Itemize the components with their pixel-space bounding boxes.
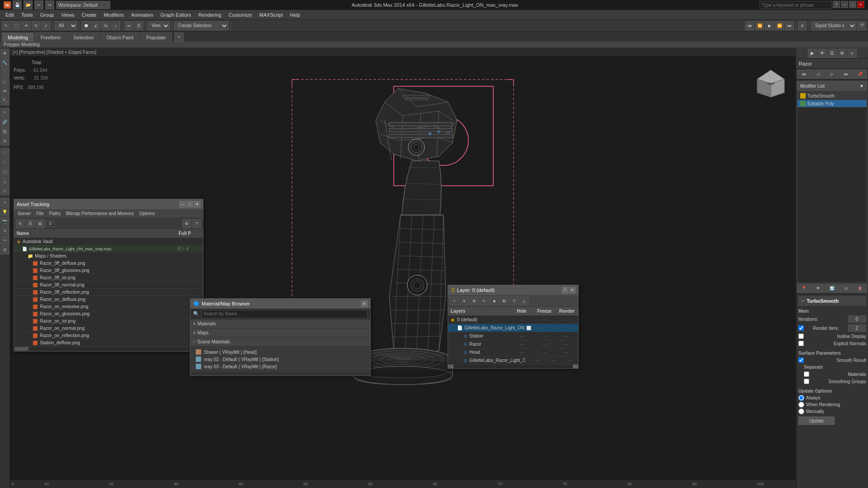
timeline-play[interactable]: ▶ <box>765 21 774 30</box>
lm-row-gillettelabs[interactable]: 📄 GilletteLabs_Razor_Light_ON ⬜ — — — <box>448 324 578 332</box>
geo-plane[interactable]: ▭ <box>0 186 9 195</box>
geo-sphere[interactable]: ○ <box>0 158 9 167</box>
mat-section-scene-header[interactable]: − Scene Materials <box>190 338 370 347</box>
list-item[interactable]: Razor_0ff_deffuse.png <box>14 260 203 267</box>
ts-always-radio[interactable] <box>798 395 804 401</box>
at-menu-bitmap[interactable]: Bitmap Performance and Memory <box>64 211 136 216</box>
menu-group[interactable]: Group <box>37 11 58 19</box>
layer-manager-titlebar[interactable]: ☰ Layer: 0 (default) ? ✕ <box>448 285 578 295</box>
undo-btn[interactable]: ↩ <box>34 0 43 9</box>
rp-render-icon[interactable]: ▶ <box>808 49 817 58</box>
mb-scrollbar[interactable] <box>190 372 370 375</box>
select-tool[interactable]: ↖ <box>0 108 9 117</box>
at-path-editor[interactable]: ⊡ <box>46 221 55 227</box>
lm-row-head[interactable]: ◎ Head — — — <box>448 348 578 357</box>
cmd-panel-create[interactable]: ✚ <box>0 49 9 58</box>
tab-object-paint[interactable]: Object Paint <box>101 33 140 42</box>
list-item[interactable]: Razor_on_reflection.png <box>14 332 203 339</box>
menu-tools[interactable]: Tools <box>18 11 37 19</box>
at-refresh[interactable]: ↻ <box>16 219 25 228</box>
rp-nav-next[interactable]: ▷ <box>825 70 839 79</box>
tab-selection[interactable]: Selection <box>67 33 99 42</box>
menu-create[interactable]: Create <box>78 11 100 19</box>
tab-populate[interactable]: Populate <box>140 33 171 42</box>
list-item[interactable]: Razor_on_normal.png <box>14 325 203 332</box>
cmd-panel-hierarchy[interactable]: ⋮ <box>0 68 9 77</box>
lm-help[interactable]: ? <box>562 287 568 293</box>
lm-row-station[interactable]: ◎ Station — — — <box>448 332 578 340</box>
at-minimize[interactable]: — <box>179 201 186 207</box>
align-btn[interactable]: ☰ <box>134 21 143 30</box>
at-thumbnail-view[interactable]: ⊞ <box>36 219 45 228</box>
mat-item-vray02[interactable]: vray 02 - Default ( VRayMtl ) [Station] <box>190 356 370 363</box>
mb-close[interactable]: ✕ <box>361 300 368 307</box>
at-row-maps-folder[interactable]: 📁 Maps / Shaders <box>14 253 203 260</box>
snaps-toggle[interactable]: 🔲 <box>81 21 90 30</box>
mat-browser-search-input[interactable] <box>201 310 368 318</box>
list-item[interactable]: Razor_0ff_reflection.png <box>14 289 203 296</box>
lm-close[interactable]: ✕ <box>569 287 576 293</box>
at-row-main-file[interactable]: 📄 GilletteLabs_Razor_Light_ON_max_vray.m… <box>14 245 203 253</box>
scale-btn[interactable]: ⤢ <box>42 21 51 30</box>
lm-scroll-right[interactable]: ▷ <box>573 365 578 368</box>
at-help[interactable]: ? <box>192 219 201 228</box>
select-object-btn[interactable]: ↖ <box>2 21 11 30</box>
ts-when-rendering-radio[interactable] <box>798 402 804 408</box>
mod-delete[interactable]: 🗑 <box>854 284 867 293</box>
spline-tool[interactable]: ∿ <box>0 198 9 207</box>
helper-tool[interactable]: ✕ <box>0 226 9 235</box>
ts-isoline-check[interactable] <box>798 333 804 339</box>
cmd-panel-modify[interactable]: 🔧 <box>0 58 9 67</box>
view-dropdown[interactable]: View <box>147 21 170 30</box>
list-item[interactable]: Razor_on_emissive.png <box>14 303 203 310</box>
list-item[interactable]: Razor_0ff_glossines.png <box>14 267 203 274</box>
menu-rendering[interactable]: Rendering <box>195 11 225 19</box>
list-item[interactable]: Razor_on_glossines.png <box>14 310 203 318</box>
at-maximize[interactable]: □ <box>187 201 193 207</box>
angle-snap[interactable]: ∠ <box>91 21 100 30</box>
system-tool[interactable]: ⚙ <box>0 245 9 254</box>
ts-collapse[interactable]: − <box>801 297 805 305</box>
rp-settings-icon[interactable]: ⚙ <box>838 49 847 58</box>
menu-modifiers[interactable]: Modifiers <box>100 11 127 19</box>
more-tabs-btn[interactable]: + <box>175 33 184 42</box>
menu-help[interactable]: Help <box>287 11 304 19</box>
layer-manager-scrollbar[interactable]: ◁ ▷ <box>448 365 578 368</box>
ts-smooth-result-check[interactable] <box>798 357 804 363</box>
list-item[interactable]: Razor_0ff_normal.png <box>14 282 203 289</box>
at-scroll-thumb[interactable] <box>15 347 28 351</box>
at-list-view[interactable]: ☰ <box>26 219 35 228</box>
menu-animation[interactable]: Animation <box>127 11 157 19</box>
ts-update-btn[interactable]: Update <box>798 417 835 425</box>
rp-pin[interactable]: 📌 <box>854 70 867 79</box>
geo-cylinder[interactable]: ⬠ <box>0 167 9 176</box>
ts-smoothing-groups-check[interactable] <box>804 379 809 384</box>
cmd-panel-utilities[interactable]: 🔨 <box>0 96 9 105</box>
menu-maxscript[interactable]: MAXScript <box>256 11 287 19</box>
mirror-btn[interactable]: ⇔ <box>124 21 133 30</box>
menu-customize[interactable]: Customize <box>225 11 256 19</box>
create-selection-dropdown[interactable]: Create Selection <box>174 21 228 30</box>
rp-nav-prev[interactable]: ◁ <box>811 70 825 79</box>
squid-dropdown[interactable]: Squid Studio v <box>811 21 856 30</box>
rp-view-icon[interactable]: 👁 <box>818 49 827 58</box>
camera-tool[interactable]: 📷 <box>0 217 9 226</box>
lm-scroll-track[interactable] <box>453 365 573 368</box>
mat-section-materials[interactable]: + Materials <box>190 319 370 328</box>
bind-tool[interactable]: B <box>0 136 9 145</box>
list-item[interactable]: Station_deffuse.png <box>14 339 203 347</box>
workspace-dropdown[interactable]: Workspace: Default <box>56 1 110 9</box>
lm-row-gillettelabs-c[interactable]: ◎ GilletteLabs_Razor_Light_C — — — <box>448 357 578 365</box>
lm-collapse[interactable]: △ <box>519 296 528 305</box>
modifier-turbosmooth[interactable]: TurboSmooth <box>797 92 867 100</box>
lm-row-razor[interactable]: ◎ Razor — — — <box>448 340 578 348</box>
redo-btn[interactable]: ↪ <box>45 0 54 9</box>
at-scroll-track[interactable] <box>28 347 202 351</box>
nav-cube[interactable]: TOP <box>755 68 787 99</box>
at-menu-server[interactable]: Server <box>16 211 33 216</box>
timeline-start[interactable]: ⏮ <box>745 21 754 30</box>
lm-row-default[interactable]: ◉ 0 (default) — — — <box>448 316 578 324</box>
at-row-vault[interactable]: ◉ Autodesk Vault <box>14 238 203 245</box>
minimize-btn[interactable]: — <box>841 1 848 8</box>
search-input[interactable] <box>760 1 832 9</box>
